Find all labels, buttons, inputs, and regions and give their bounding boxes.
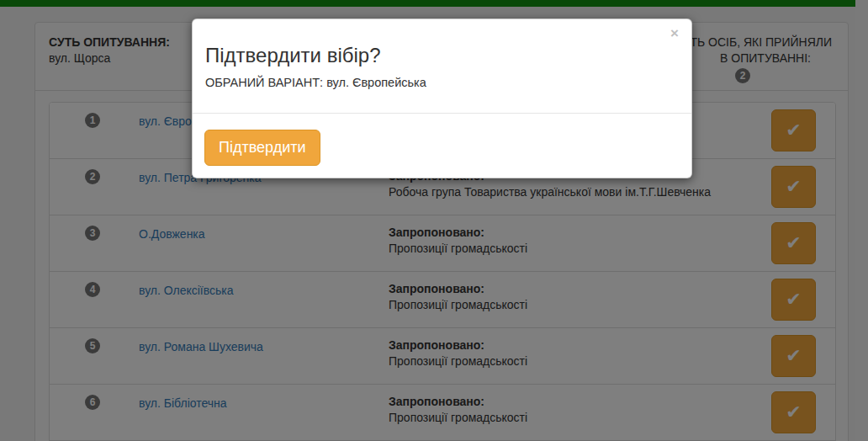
selected-option-text: ОБРАНИЙ ВАРІАНТ: вул. Європейська [205, 76, 426, 89]
dialog-divider [193, 113, 691, 114]
confirm-dialog: × Підтвердити вібір? ОБРАНИЙ ВАРІАНТ: ву… [192, 19, 692, 178]
dialog-title: Підтвердити вібір? [205, 44, 381, 67]
close-icon[interactable]: × [670, 26, 679, 40]
confirm-button[interactable]: Підтвердити [204, 130, 320, 166]
